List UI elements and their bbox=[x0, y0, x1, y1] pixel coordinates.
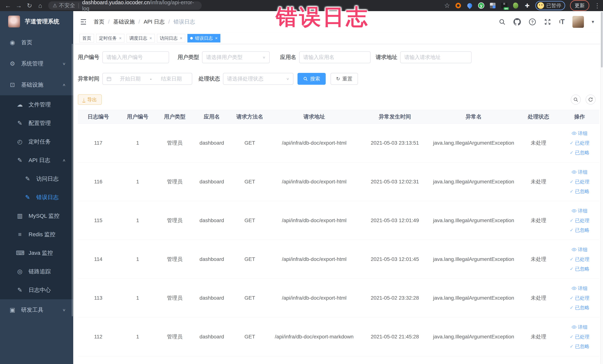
profile-paused-badge[interactable]: 已暂停 bbox=[535, 1, 565, 10]
tab-错误日志[interactable]: 错误日志× bbox=[187, 34, 220, 42]
browser-chrome: ← → ↻ ⌂ ⚠ 不安全 dashboard.yudao.iocoder.cn… bbox=[0, 0, 603, 11]
sidebar-item-system[interactable]: ⚙系统管理∨ bbox=[0, 53, 73, 74]
extension-plant-icon[interactable] bbox=[512, 2, 519, 9]
back-icon[interactable]: ← bbox=[3, 2, 13, 9]
close-icon[interactable]: × bbox=[119, 35, 122, 41]
app-name-input[interactable] bbox=[303, 54, 366, 60]
breadcrumb-item[interactable]: 基础设施 bbox=[113, 18, 135, 26]
extension-grid-icon[interactable] bbox=[489, 2, 496, 9]
sidebar-item-config-management[interactable]: ✎配置管理 bbox=[0, 114, 73, 132]
sidebar-item-java-monitor[interactable]: ⌨Java 监控 bbox=[0, 244, 73, 262]
sidebar-item-label: API 日志 bbox=[29, 156, 50, 164]
check-icon: ✓ bbox=[570, 189, 573, 194]
sidebar-item-api-log[interactable]: ✎API 日志∧ bbox=[0, 151, 73, 169]
sidebar-item-scheduled-tasks[interactable]: ◴定时任务 bbox=[0, 132, 73, 151]
breadcrumb-separator: / bbox=[168, 19, 170, 25]
sidebar-item-infrastructure[interactable]: ⊡基础设施∧ bbox=[0, 74, 73, 95]
forward-icon[interactable]: → bbox=[13, 2, 24, 9]
extension-ring-icon[interactable] bbox=[455, 2, 462, 9]
search-toggle-button[interactable] bbox=[571, 94, 581, 105]
detail-link[interactable]: 详细 bbox=[561, 245, 598, 254]
process-status-select[interactable] bbox=[227, 76, 284, 82]
eye-icon bbox=[572, 325, 577, 329]
edit-icon: ✎ bbox=[16, 120, 24, 127]
processed-link[interactable]: ✓已处理 bbox=[561, 138, 598, 148]
not-secure-label: 不安全 bbox=[59, 2, 75, 9]
exception-time-label: 异常时间 bbox=[78, 75, 99, 82]
sidebar-item-access-log[interactable]: ✎访问日志 bbox=[0, 169, 73, 188]
export-button[interactable]: ↓ 导出 bbox=[78, 94, 102, 105]
tab-定时任务[interactable]: 定时任务× bbox=[96, 34, 124, 42]
cell-app_name: dashboard bbox=[193, 240, 231, 279]
browser-update-button[interactable]: 更新 bbox=[570, 0, 589, 11]
reset-button[interactable]: ↻ 重置 bbox=[331, 73, 358, 85]
ignored-link[interactable]: ✓已忽略 bbox=[561, 187, 598, 196]
sidebar-item-mysql-monitor[interactable]: ▥MySQL 监控 bbox=[0, 207, 73, 225]
scrollbar-thumb[interactable] bbox=[601, 12, 603, 68]
home-icon[interactable]: ⌂ bbox=[35, 2, 46, 9]
processed-link[interactable]: ✓已处理 bbox=[561, 216, 598, 225]
extension-y-icon[interactable]: y bbox=[478, 2, 485, 9]
detail-link[interactable]: 详细 bbox=[561, 129, 598, 138]
help-icon[interactable]: ? bbox=[529, 18, 536, 26]
action-label: 详细 bbox=[578, 169, 588, 176]
user-type-select[interactable] bbox=[206, 54, 260, 60]
processed-link[interactable]: ✓已处理 bbox=[561, 332, 598, 341]
font-size-icon[interactable]: tT bbox=[559, 18, 565, 26]
fullscreen-icon[interactable] bbox=[544, 18, 551, 26]
user-id-input[interactable] bbox=[106, 54, 165, 60]
cell-method: GET bbox=[231, 317, 269, 356]
url-bar[interactable]: ⚠ 不安全 dashboard.yudao.iocoder.cn/infra/l… bbox=[48, 1, 202, 10]
page-scrollbar[interactable] bbox=[600, 11, 603, 364]
tab-首页[interactable]: 首页 bbox=[80, 34, 94, 42]
bookmark-star-icon[interactable]: ☆ bbox=[444, 2, 450, 10]
sidebar-item-home[interactable]: ◉首页 bbox=[0, 32, 73, 53]
sidebar-item-file-management[interactable]: ☁文件管理 bbox=[0, 95, 73, 114]
reload-icon[interactable]: ↻ bbox=[24, 2, 35, 9]
cloud-upload-icon: ☁ bbox=[16, 101, 24, 108]
breadcrumb-item[interactable]: API 日志 bbox=[144, 18, 165, 26]
tab-调度日志[interactable]: 调度日志× bbox=[127, 34, 155, 42]
column-header: 异常发生时间 bbox=[359, 110, 430, 124]
ignored-link[interactable]: ✓已忽略 bbox=[561, 148, 598, 157]
github-icon[interactable] bbox=[513, 18, 521, 26]
cell-user_id: 1 bbox=[119, 124, 157, 163]
processed-link[interactable]: ✓已处理 bbox=[561, 254, 598, 264]
extension-drop-icon[interactable] bbox=[466, 2, 473, 9]
extensions-puzzle-icon[interactable]: ✚ bbox=[524, 2, 531, 9]
detail-link[interactable]: 详细 bbox=[561, 206, 598, 216]
user-avatar[interactable] bbox=[572, 16, 584, 28]
avatar-caret-icon[interactable]: ▾ bbox=[592, 19, 594, 25]
sidebar-toggle-icon[interactable] bbox=[80, 18, 87, 26]
sidebar-item-trace[interactable]: ◎链路追踪 bbox=[0, 262, 73, 281]
ignored-link[interactable]: ✓已忽略 bbox=[561, 303, 598, 312]
detail-link[interactable]: 详细 bbox=[561, 322, 598, 332]
detail-link[interactable]: 详细 bbox=[561, 283, 598, 293]
close-icon[interactable]: × bbox=[180, 35, 182, 41]
sidebar-item-redis-monitor[interactable]: ≡Redis 监控 bbox=[0, 225, 73, 244]
breadcrumb-item[interactable]: 首页 bbox=[94, 18, 104, 26]
detail-link[interactable]: 详细 bbox=[561, 167, 598, 177]
cell-actions: 详细✓已处理✓已忽略 bbox=[560, 317, 599, 356]
sidebar-scrollbar[interactable] bbox=[72, 44, 73, 316]
tab-访问日志[interactable]: 访问日志× bbox=[157, 34, 185, 42]
close-icon[interactable]: × bbox=[150, 35, 152, 41]
search-button[interactable]: 搜索 bbox=[298, 73, 326, 85]
refresh-table-button[interactable] bbox=[586, 94, 596, 105]
close-icon[interactable]: × bbox=[215, 35, 218, 41]
browser-menu-icon[interactable]: ⋮ bbox=[594, 2, 600, 9]
date-range-picker[interactable]: - bbox=[102, 73, 192, 85]
extension-on-icon[interactable]: ≡on bbox=[501, 2, 508, 9]
ignored-link[interactable]: ✓已忽略 bbox=[561, 341, 598, 351]
sidebar-item-dev-tools[interactable]: ▣研发工具∨ bbox=[0, 299, 73, 320]
processed-link[interactable]: ✓已处理 bbox=[561, 177, 598, 187]
start-date-input[interactable] bbox=[114, 76, 147, 82]
sidebar-item-log-center[interactable]: ✎日志中心 bbox=[0, 281, 73, 299]
ignored-link[interactable]: ✓已忽略 bbox=[561, 264, 598, 274]
search-icon[interactable] bbox=[499, 18, 506, 25]
sidebar-item-error-log[interactable]: ✎错误日志 bbox=[0, 188, 73, 207]
request-url-input[interactable] bbox=[404, 54, 467, 60]
end-date-input[interactable] bbox=[155, 76, 188, 82]
processed-link[interactable]: ✓已处理 bbox=[561, 293, 598, 303]
ignored-link[interactable]: ✓已忽略 bbox=[561, 225, 598, 235]
